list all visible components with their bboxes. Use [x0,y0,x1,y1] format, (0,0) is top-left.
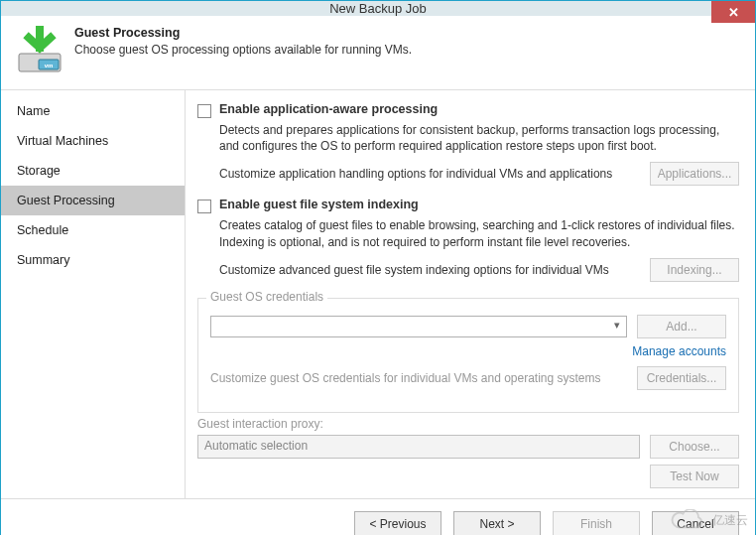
applications-button[interactable]: Applications... [650,162,739,186]
wizard-sidebar: Name Virtual Machines Storage Guest Proc… [1,90,185,498]
header-subtitle: Choose guest OS processing options avail… [74,43,412,57]
cloud-icon [669,509,706,531]
indexing-button[interactable]: Indexing... [650,258,739,282]
svg-text:vm: vm [45,63,54,68]
credentials-legend: Guest OS credentials [206,290,327,304]
wizard-body: Name Virtual Machines Storage Guest Proc… [1,89,755,498]
credentials-dropdown[interactable] [210,316,627,337]
sidebar-item-name[interactable]: Name [1,96,185,126]
previous-button[interactable]: < Previous [354,511,441,535]
text-index-customize: Customize advanced guest file system ind… [219,263,650,277]
dialog-window: New Backup Job ✕ vm Guest Processing Cho… [0,0,756,535]
sidebar-item-storage[interactable]: Storage [1,156,185,186]
credentials-fieldset: Guest OS credentials Add... Manage accou… [197,298,739,413]
sidebar-item-summary[interactable]: Summary [1,245,185,275]
checkbox-app-aware[interactable] [197,104,211,118]
checkbox-indexing[interactable] [197,200,211,213]
watermark-text: 亿速云 [712,512,748,529]
sidebar-item-virtual-machines[interactable]: Virtual Machines [1,126,185,156]
finish-button[interactable]: Finish [553,511,640,535]
choose-proxy-button[interactable]: Choose... [650,435,739,459]
text-cred-customize: Customize guest OS credentials for indiv… [210,371,637,385]
next-button[interactable]: Next > [453,511,541,535]
add-credentials-button[interactable]: Add... [637,315,726,338]
proxy-textbox[interactable]: Automatic selection [197,435,640,459]
credentials-button[interactable]: Credentials... [637,366,726,390]
manage-accounts-link[interactable]: Manage accounts [210,344,726,358]
watermark: 亿速云 [669,509,748,531]
header-title: Guest Processing [74,26,412,40]
proxy-label: Guest interaction proxy: [197,417,739,431]
desc-app-aware: Detects and prepares applications for co… [219,122,739,154]
desc-indexing: Creates catalog of guest files to enable… [219,217,739,249]
close-button[interactable]: ✕ [711,1,755,23]
text-app-customize: Customize application handling options f… [219,167,650,181]
guest-processing-icon: vm [15,26,64,75]
wizard-footer: < Previous Next > Finish Cancel [1,498,755,535]
sidebar-item-guest-processing[interactable]: Guest Processing [1,186,185,215]
content-pane: Enable application-aware processing Dete… [185,90,755,498]
titlebar: New Backup Job ✕ [1,1,755,16]
label-app-aware: Enable application-aware processing [219,102,438,116]
sidebar-item-schedule[interactable]: Schedule [1,215,185,245]
label-indexing: Enable guest file system indexing [219,198,419,211]
wizard-header: vm Guest Processing Choose guest OS proc… [1,16,755,89]
test-now-button[interactable]: Test Now [650,465,739,488]
window-title: New Backup Job [329,1,427,16]
